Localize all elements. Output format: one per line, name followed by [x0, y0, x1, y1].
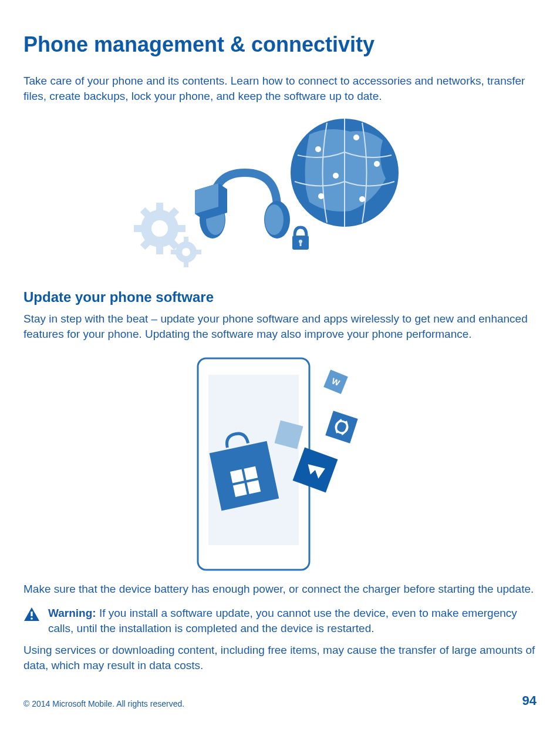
copyright-text: © 2014 Microsoft Mobile. All rights rese… [23, 699, 184, 708]
page-footer: © 2014 Microsoft Mobile. All rights rese… [23, 693, 537, 708]
warning-label: Warning: [48, 607, 96, 619]
svg-point-45 [31, 617, 33, 620]
svg-rect-33 [210, 441, 279, 510]
update-intro-paragraph: Stay in step with the beat – update your… [23, 311, 537, 341]
page-number: 94 [522, 693, 537, 708]
battery-note-paragraph: Make sure that the device battery has en… [23, 582, 537, 597]
connectivity-icon [127, 114, 433, 278]
phone-update-icon: W [180, 352, 380, 576]
svg-rect-17 [156, 203, 163, 211]
svg-point-16 [151, 220, 168, 237]
svg-rect-18 [156, 246, 163, 254]
svg-point-3 [353, 135, 359, 140]
warning-text: Warning: If you install a software updat… [48, 606, 537, 636]
warning-icon [23, 607, 40, 622]
svg-rect-27 [184, 237, 188, 243]
section-heading-update: Update your phone software [23, 289, 537, 305]
svg-point-11 [265, 204, 284, 235]
lock-icon [292, 227, 309, 250]
svg-point-2 [315, 146, 321, 152]
svg-point-7 [333, 173, 339, 179]
svg-rect-37 [247, 480, 261, 494]
svg-rect-28 [184, 261, 188, 267]
page-title: Phone management & connectivity [23, 32, 537, 57]
connectivity-illustration [23, 114, 537, 278]
svg-rect-40 [325, 411, 357, 443]
svg-rect-14 [300, 241, 302, 246]
svg-rect-36 [233, 483, 247, 497]
svg-rect-35 [244, 466, 258, 480]
intro-paragraph: Take care of your phone and its contents… [23, 73, 537, 103]
warning-block: Warning: If you install a software updat… [23, 606, 537, 636]
data-cost-paragraph: Using services or downloading content, i… [23, 643, 537, 673]
svg-rect-30 [195, 250, 201, 254]
svg-point-5 [359, 196, 365, 202]
svg-rect-20 [177, 225, 185, 232]
svg-point-4 [374, 161, 380, 167]
svg-rect-44 [31, 612, 32, 616]
update-illustration: W [23, 352, 537, 576]
svg-rect-34 [230, 469, 244, 483]
svg-rect-29 [171, 250, 177, 254]
svg-point-26 [182, 248, 190, 256]
svg-point-6 [318, 193, 324, 199]
svg-rect-19 [134, 225, 142, 232]
warning-body: If you install a software update, you ca… [48, 607, 517, 634]
